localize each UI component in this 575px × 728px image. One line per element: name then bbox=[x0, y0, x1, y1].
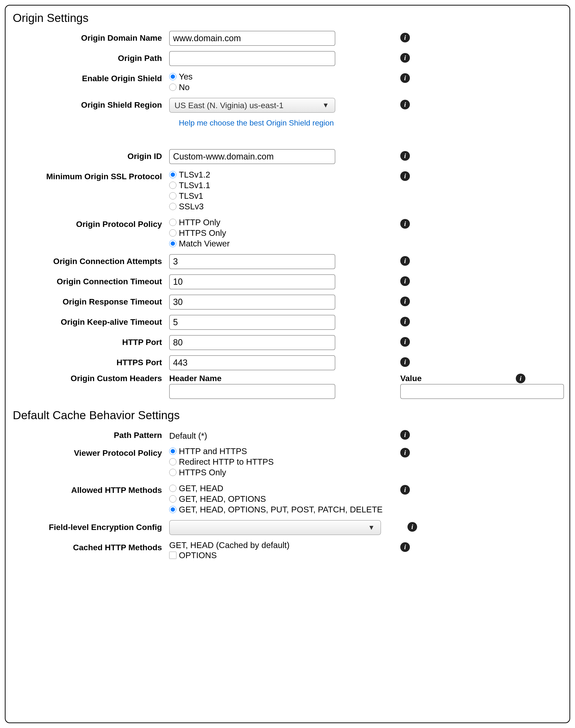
fle-config-select[interactable]: ▼ bbox=[169, 520, 381, 535]
ssl-opt-0: TLSv1.2 bbox=[179, 170, 210, 180]
viewer-opt-0: HTTP and HTTPS bbox=[179, 446, 247, 456]
info-icon[interactable]: i bbox=[400, 171, 410, 181]
conn-timeout-input[interactable] bbox=[169, 274, 335, 289]
proto-opt-1: HTTPS Only bbox=[179, 228, 226, 238]
info-icon[interactable]: i bbox=[400, 100, 410, 109]
proto-opt-0: HTTP Only bbox=[179, 218, 220, 227]
info-icon[interactable]: i bbox=[407, 522, 417, 532]
info-icon[interactable]: i bbox=[400, 448, 410, 457]
path-pattern-value: Default (*) bbox=[169, 428, 338, 441]
shield-region-select[interactable]: US East (N. Viginia) us-east-1 ▼ bbox=[169, 98, 335, 113]
viewer-httpsonly-radio[interactable] bbox=[169, 469, 176, 476]
viewer-opt-2: HTTPS Only bbox=[179, 468, 226, 477]
fle-config-label: Field-level Encryption Config bbox=[13, 520, 169, 532]
ssl-tls11-radio[interactable] bbox=[169, 182, 176, 189]
ssl-tls12-radio[interactable] bbox=[169, 171, 176, 178]
origin-path-label: Origin Path bbox=[13, 51, 169, 63]
proto-match-radio[interactable] bbox=[169, 240, 176, 247]
methods-all-radio[interactable] bbox=[169, 506, 176, 513]
cached-options-label: OPTIONS bbox=[179, 550, 217, 560]
http-port-label: HTTP Port bbox=[13, 335, 169, 347]
protocol-policy-label: Origin Protocol Policy bbox=[13, 217, 169, 229]
info-icon[interactable]: i bbox=[400, 542, 410, 552]
shield-region-label: Origin Shield Region bbox=[13, 98, 169, 109]
custom-headers-label: Origin Custom Headers bbox=[13, 374, 169, 383]
ssl-sslv3-radio[interactable] bbox=[169, 203, 176, 210]
shield-region-value: US East (N. Viginia) us-east-1 bbox=[174, 101, 283, 110]
info-icon[interactable]: i bbox=[400, 151, 410, 161]
cached-default-text: GET, HEAD (Cached by default) bbox=[169, 540, 338, 550]
methods-getheadopt-radio[interactable] bbox=[169, 495, 176, 503]
method-opt-0: GET, HEAD bbox=[179, 483, 223, 493]
ssl-tls1-radio[interactable] bbox=[169, 192, 176, 199]
method-opt-2: GET, HEAD, OPTIONS, PUT, POST, PATCH, DE… bbox=[179, 505, 383, 514]
path-pattern-label: Path Pattern bbox=[13, 428, 169, 440]
enable-shield-label: Enable Origin Shield bbox=[13, 71, 169, 83]
http-port-input[interactable] bbox=[169, 335, 335, 350]
chevron-down-icon: ▼ bbox=[322, 101, 329, 109]
https-port-input[interactable] bbox=[169, 355, 335, 370]
proto-opt-2: Match Viewer bbox=[179, 239, 230, 248]
proto-http-radio[interactable] bbox=[169, 219, 176, 226]
viewer-opt-1: Redirect HTTP to HTTPS bbox=[179, 457, 274, 467]
keepalive-input[interactable] bbox=[169, 315, 335, 330]
info-icon[interactable]: i bbox=[400, 256, 410, 266]
ssl-opt-1: TLSv1.1 bbox=[179, 181, 210, 190]
origin-id-input[interactable] bbox=[169, 149, 335, 164]
chevron-down-icon: ▼ bbox=[368, 524, 375, 531]
shield-no-radio[interactable] bbox=[169, 84, 176, 91]
viewer-httphttps-radio[interactable] bbox=[169, 448, 176, 455]
proto-https-radio[interactable] bbox=[169, 229, 176, 236]
origin-settings-heading: Origin Settings bbox=[13, 11, 562, 25]
viewer-policy-label: Viewer Protocol Policy bbox=[13, 446, 169, 458]
info-icon[interactable]: i bbox=[400, 33, 410, 42]
resp-timeout-label: Origin Response Timeout bbox=[13, 295, 169, 307]
cache-behavior-heading: Default Cache Behavior Settings bbox=[13, 409, 562, 422]
resp-timeout-input[interactable] bbox=[169, 295, 335, 310]
shield-yes-label: Yes bbox=[179, 72, 193, 82]
info-icon[interactable]: i bbox=[516, 374, 526, 383]
min-ssl-label: Minimum Origin SSL Protocol bbox=[13, 169, 169, 181]
conn-attempts-label: Origin Connection Attempts bbox=[13, 254, 169, 266]
origin-domain-input[interactable] bbox=[169, 31, 335, 46]
info-icon[interactable]: i bbox=[400, 485, 410, 495]
ssl-opt-2: TLSv1 bbox=[179, 191, 203, 201]
method-opt-1: GET, HEAD, OPTIONS bbox=[179, 494, 266, 504]
cached-options-checkbox[interactable] bbox=[169, 552, 176, 559]
info-icon[interactable]: i bbox=[400, 73, 410, 83]
conn-attempts-input[interactable] bbox=[169, 254, 335, 269]
methods-gethead-radio[interactable] bbox=[169, 485, 176, 492]
header-value-input[interactable] bbox=[400, 384, 564, 399]
header-value-label: Value bbox=[400, 374, 422, 383]
shield-no-label: No bbox=[179, 83, 190, 92]
info-icon[interactable]: i bbox=[400, 276, 410, 286]
cached-methods-label: Cached HTTP Methods bbox=[13, 540, 169, 552]
header-name-label: Header Name bbox=[169, 374, 338, 383]
keepalive-label: Origin Keep-alive Timeout bbox=[13, 315, 169, 327]
info-icon[interactable]: i bbox=[400, 53, 410, 63]
origin-id-label: Origin ID bbox=[13, 149, 169, 161]
help-region-link[interactable]: Help me choose the best Origin Shield re… bbox=[179, 119, 334, 127]
info-icon[interactable]: i bbox=[400, 219, 410, 229]
info-icon[interactable]: i bbox=[400, 317, 410, 326]
origin-domain-label: Origin Domain Name bbox=[13, 31, 169, 43]
settings-panel: Origin Settings Origin Domain Name i Ori… bbox=[5, 5, 570, 723]
allowed-methods-label: Allowed HTTP Methods bbox=[13, 483, 169, 495]
info-icon[interactable]: i bbox=[400, 337, 410, 347]
viewer-redirect-radio[interactable] bbox=[169, 458, 176, 466]
info-icon[interactable]: i bbox=[400, 357, 410, 367]
conn-timeout-label: Origin Connection Timeout bbox=[13, 274, 169, 286]
https-port-label: HTTPS Port bbox=[13, 355, 169, 367]
info-icon[interactable]: i bbox=[400, 430, 410, 440]
shield-yes-radio[interactable] bbox=[169, 73, 176, 80]
info-icon[interactable]: i bbox=[400, 296, 410, 306]
header-name-input[interactable] bbox=[169, 384, 335, 399]
ssl-opt-3: SSLv3 bbox=[179, 202, 204, 211]
origin-path-input[interactable] bbox=[169, 51, 335, 66]
